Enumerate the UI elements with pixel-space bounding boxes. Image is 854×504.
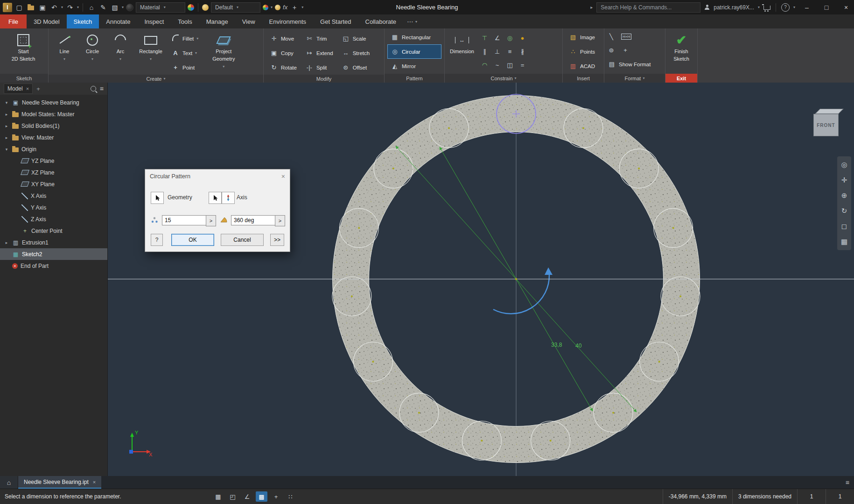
finish-sketch-button[interactable]: ✔ Finish Sketch	[668, 30, 694, 62]
zoom-icon[interactable]: ⊕	[841, 191, 847, 200]
origin-point[interactable]	[515, 278, 517, 280]
material-select[interactable]: Material ▾	[136, 2, 185, 13]
menu-tab-view[interactable]: View	[235, 14, 262, 28]
trim-button[interactable]: ✄Trim	[302, 31, 336, 46]
chevron-down-icon[interactable]: ▾	[122, 5, 124, 9]
redo-icon[interactable]: ↷	[65, 2, 75, 13]
chevron-down-icon[interactable]: ▾	[793, 5, 795, 9]
rectangular-pattern-button[interactable]: ▦Rectangular	[387, 30, 441, 44]
close-icon[interactable]: ×	[93, 479, 96, 485]
angle-snap-icon[interactable]: ∠	[241, 491, 253, 502]
undo-dropdown-icon[interactable]: ▾	[61, 5, 63, 9]
tangent-icon[interactable]: ◠	[478, 58, 491, 72]
sketch-pencil-icon[interactable]: ✎	[98, 2, 108, 13]
concentric-icon[interactable]: ◎	[504, 31, 516, 45]
sketch-point[interactable]	[372, 361, 374, 363]
show-format-button[interactable]: ▤ Show Format	[604, 57, 665, 71]
sketch-point[interactable]	[679, 295, 681, 297]
nav-wheel-icon[interactable]: ◎	[841, 161, 847, 169]
user-avatar-icon[interactable]	[704, 5, 710, 10]
geometry-select-button[interactable]	[151, 192, 164, 204]
tree-item-xy-plane[interactable]: XY Plane	[0, 178, 107, 190]
search-icon[interactable]	[91, 86, 96, 91]
tree-item-view-master[interactable]: ▸View: Master	[0, 132, 107, 143]
tree-item-model-states-master[interactable]: ▸Model States: Master	[0, 108, 107, 120]
chevron-down-icon[interactable]: ▾	[63, 56, 65, 62]
menu-tab-tools[interactable]: Tools	[171, 14, 199, 28]
object-snap-icon[interactable]: +	[270, 491, 282, 502]
tree-item-end-of-part[interactable]: End of Part	[0, 260, 107, 272]
adjust-appearance-icon[interactable]	[263, 5, 268, 10]
expander-icon[interactable]: ▸	[4, 135, 9, 140]
chevron-right-icon[interactable]: ▸	[590, 5, 593, 10]
menu-tab-annotate[interactable]: Annotate	[99, 14, 137, 28]
user-name[interactable]: patrick.ray69X...	[714, 4, 754, 11]
chevron-down-icon[interactable]: ▾	[150, 56, 152, 62]
appearance-select[interactable]: Default ▾	[211, 2, 260, 13]
tree-item-z-axis[interactable]: Z Axis	[0, 213, 107, 225]
project-geometry-button[interactable]: Project Geometry ▾	[207, 30, 240, 70]
image-tool-icon[interactable]: ▧	[110, 2, 119, 13]
extend-button[interactable]: ↦Extend	[302, 46, 336, 60]
acad-button[interactable]: ▥ACAD	[566, 59, 601, 73]
center-point-format-icon[interactable]: +	[621, 47, 630, 54]
axis-cursor-button[interactable]	[209, 192, 222, 204]
dimension-value[interactable]: 40	[575, 343, 582, 349]
scale-button[interactable]: ◱Scale	[338, 31, 373, 46]
smooth-icon[interactable]: ~	[491, 58, 504, 72]
document-tab-active[interactable]: Needle Sleeve Bearing.ipt ×	[18, 476, 101, 489]
menu-tab-manage[interactable]: Manage	[199, 14, 235, 28]
count-flyout-button[interactable]: >	[206, 215, 216, 226]
chevron-down-icon[interactable]: ▾	[301, 5, 303, 9]
sketch-point[interactable]	[351, 295, 353, 297]
expander-icon[interactable]: ▸	[4, 112, 9, 117]
orbit-icon[interactable]: ↻	[841, 207, 847, 215]
tree-item-xz-plane[interactable]: XZ Plane	[0, 167, 107, 178]
tree-item-y-axis[interactable]: Y Axis	[0, 202, 107, 213]
menu-tab-environments[interactable]: Environments	[262, 14, 313, 28]
arc-button[interactable]: Arc ▾	[107, 30, 133, 62]
home-tab-button[interactable]: ⌂	[0, 476, 18, 489]
tree-item-sketch2[interactable]: ▦Sketch2	[0, 248, 107, 260]
close-icon[interactable]: ×	[26, 86, 29, 91]
text-button[interactable]: A Text ▾	[168, 46, 202, 60]
shaded-sphere-icon[interactable]	[126, 4, 133, 11]
pattern-count-input[interactable]	[162, 215, 208, 225]
chevron-down-icon[interactable]: ▾	[758, 5, 760, 9]
cart-icon[interactable]	[763, 6, 770, 10]
line-button[interactable]: Line ▾	[51, 30, 77, 62]
stretch-button[interactable]: ↔Stretch	[338, 46, 373, 60]
points-button[interactable]: ∴Points	[566, 44, 601, 59]
expander-icon[interactable]: ▸	[4, 240, 9, 245]
browser-menu-icon[interactable]: ≡	[100, 85, 104, 92]
coincident-icon[interactable]: ⊤	[478, 31, 491, 45]
sketch-point[interactable]	[448, 127, 450, 129]
tree-item-solid-bodies-1[interactable]: ▸Solid Bodies(1)	[0, 120, 107, 132]
equal-icon[interactable]: =	[516, 58, 529, 72]
panel-label-format[interactable]: Format▾	[604, 74, 665, 83]
symmetric-icon[interactable]: ◫	[504, 58, 516, 72]
point-button[interactable]: + Point	[168, 60, 202, 75]
move-button[interactable]: ✛Move	[266, 31, 300, 46]
sketch-point[interactable]	[358, 227, 360, 229]
dialog-titlebar[interactable]: Circular Pattern ×	[145, 169, 290, 183]
centerline-icon[interactable]: ⊚	[607, 47, 616, 54]
angle-flyout-button[interactable]: >	[275, 215, 285, 226]
redo-dropdown-icon[interactable]: ▾	[77, 5, 79, 9]
point-snap-icon[interactable]: ∷	[285, 491, 296, 502]
sketch-point[interactable]	[481, 440, 483, 441]
close-button[interactable]: ×	[838, 0, 854, 14]
chevron-down-icon[interactable]: ▾	[196, 36, 198, 41]
save-icon[interactable]: ▣	[38, 2, 47, 13]
driven-dimension-icon[interactable]: H×H	[621, 34, 631, 40]
parallel-icon[interactable]: ∥	[478, 45, 491, 58]
parameters-fx-icon[interactable]: fx	[283, 4, 287, 11]
tree-item-origin[interactable]: ▾Origin	[0, 143, 107, 155]
lock-icon[interactable]: ●	[516, 31, 529, 45]
sketch-canvas[interactable]: 33,8 40 Y X FRONT	[108, 83, 854, 476]
mirror-pattern-button[interactable]: ◭Mirror	[387, 59, 441, 73]
chevron-down-icon[interactable]: ▾	[223, 63, 224, 70]
circular-pattern-button[interactable]: ◎Circular	[387, 44, 441, 59]
snap-mode-icon[interactable]: ◰	[227, 491, 238, 502]
help-button[interactable]: ?	[151, 234, 163, 246]
